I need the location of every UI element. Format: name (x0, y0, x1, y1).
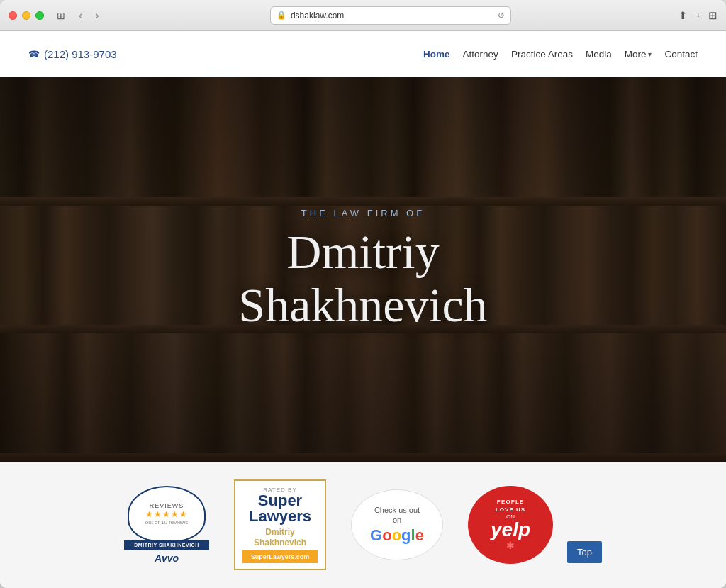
sl-title: Super Lawyers (242, 493, 318, 524)
traffic-lights (9, 11, 44, 20)
phone-icon: ☎ (28, 49, 40, 60)
url-text: dshaklaw.com (291, 11, 344, 21)
badges-section: Reviews ★★★★★ out of 10 reviews DMITRIY … (0, 462, 726, 588)
yelp-star-icon: ✱ (506, 540, 515, 551)
nav-more[interactable]: More ▾ (625, 49, 652, 60)
tab-overview-button[interactable]: ⊞ (708, 9, 717, 22)
website-content: ☎ (212) 913-9703 Home Attorney Practice … (0, 31, 726, 588)
avvo-logo: Avvo (155, 553, 179, 564)
nav-contact[interactable]: Contact (664, 49, 698, 60)
phone-text: (212) 913-9703 (44, 48, 117, 60)
nav-media[interactable]: Media (586, 49, 612, 60)
google-check-line2: on (393, 516, 401, 524)
chevron-down-icon: ▾ (648, 50, 652, 58)
refresh-icon[interactable]: ↺ (498, 11, 505, 21)
avvo-stars: ★★★★★ (145, 509, 188, 519)
google-check-text: Check us out on (374, 505, 420, 526)
yelp-logo: yelp (491, 520, 530, 540)
phone-number: ☎ (212) 913-9703 (28, 48, 117, 60)
google-check-line1: Check us out (374, 506, 420, 514)
browser-actions: ⬆ + ⊞ (678, 9, 717, 22)
minimize-button[interactable] (22, 11, 30, 20)
site-header: ☎ (212) 913-9703 Home Attorney Practice … (0, 31, 726, 77)
nav-practice-areas[interactable]: Practice Areas (511, 49, 573, 60)
super-lawyers-badge: RATED BY Super Lawyers Dmitriy Shakhnevi… (234, 479, 326, 570)
lock-icon: 🔒 (277, 11, 286, 20)
yelp-line1: PEOPLE (497, 499, 524, 505)
avvo-reviews-count: out of 10 reviews (145, 519, 188, 526)
yelp-badge: PEOPLE LOVE US ON yelp ✱ (468, 486, 553, 564)
avvo-name-badge: DMITRIY SHAKHNEVICH (124, 540, 209, 550)
hero-title-line1: Dmitriy (286, 225, 439, 279)
yelp-people-love: PEOPLE LOVE US (496, 499, 525, 514)
hero-text: THE LAW FIRM OF Dmitriy Shakhnevich (238, 208, 487, 332)
hero-section: THE LAW FIRM OF Dmitriy Shakhnevich (0, 77, 726, 462)
address-bar[interactable]: 🔒 dshaklaw.com ↺ (270, 6, 511, 25)
hero-subtitle: THE LAW FIRM OF (238, 208, 487, 218)
google-logo: Google (370, 526, 424, 545)
avvo-badge: Reviews ★★★★★ out of 10 reviews DMITRIY … (124, 486, 209, 564)
sidebar-toggle-button[interactable]: ⊞ (52, 9, 69, 23)
window-controls: ⊞ ‹ › (52, 8, 103, 23)
browser-window: ⊞ ‹ › 🔒 dshaklaw.com ↺ ⬆ + ⊞ ☎ (212) 913… (0, 0, 726, 588)
site-nav: Home Attorney Practice Areas Media More … (423, 49, 698, 60)
yelp-line2: LOVE US (496, 506, 525, 513)
forward-button[interactable]: › (91, 8, 102, 23)
maximize-button[interactable] (35, 11, 44, 20)
sl-website: SuperLawyers.com (242, 550, 318, 563)
close-button[interactable] (9, 11, 17, 20)
title-bar: ⊞ ‹ › 🔒 dshaklaw.com ↺ ⬆ + ⊞ (0, 0, 726, 31)
sl-attorney-name: Dmitriy Shakhnevich (242, 527, 318, 548)
sl-name-line1: Dmitriy (265, 527, 294, 537)
avvo-reviews-label: Reviews (150, 502, 184, 509)
badges-row: Reviews ★★★★★ out of 10 reviews DMITRIY … (124, 479, 602, 570)
avvo-circle: Reviews ★★★★★ out of 10 reviews (128, 486, 206, 542)
hero-title: Dmitriy Shakhnevich (238, 226, 487, 332)
address-bar-container: 🔒 dshaklaw.com ↺ (103, 6, 679, 25)
google-badge: Check us out on Google (351, 489, 443, 560)
sl-name-line2: Shakhnevich (254, 538, 306, 548)
nav-home[interactable]: Home (423, 49, 450, 60)
new-tab-button[interactable]: + (695, 9, 701, 21)
share-button[interactable]: ⬆ (678, 9, 688, 22)
nav-attorney[interactable]: Attorney (463, 49, 498, 60)
back-button[interactable]: ‹ (75, 8, 86, 23)
badges-group: Reviews ★★★★★ out of 10 reviews DMITRIY … (124, 479, 553, 570)
top-button[interactable]: Top (567, 541, 602, 563)
hero-title-line2: Shakhnevich (238, 278, 487, 332)
